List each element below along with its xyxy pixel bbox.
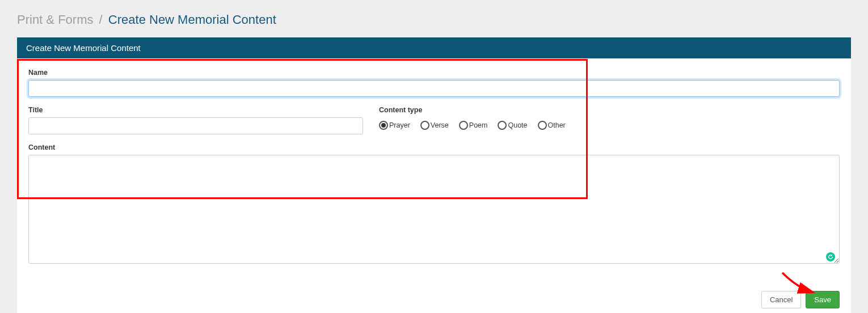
content-textarea[interactable] <box>28 155 840 264</box>
radio-prayer[interactable]: Prayer <box>379 121 410 130</box>
radio-icon <box>538 121 547 130</box>
button-row: Cancel Save <box>28 275 840 308</box>
radio-other[interactable]: Other <box>538 121 566 130</box>
radio-label: Prayer <box>389 121 410 129</box>
title-input[interactable] <box>28 117 363 134</box>
title-label: Title <box>28 106 363 114</box>
content-type-label: Content type <box>379 106 840 114</box>
radio-icon <box>498 121 507 130</box>
radio-icon <box>459 121 468 130</box>
radio-icon <box>379 121 388 130</box>
name-label: Name <box>28 69 840 77</box>
content-label: Content <box>28 143 840 151</box>
radio-poem[interactable]: Poem <box>459 121 488 130</box>
radio-label: Quote <box>508 121 527 129</box>
radio-verse[interactable]: Verse <box>420 121 449 130</box>
save-button[interactable]: Save <box>806 291 840 308</box>
cancel-button[interactable]: Cancel <box>761 291 801 308</box>
form-panel: Create New Memorial Content Name Title C… <box>17 37 851 313</box>
breadcrumb-current: Create New Memorial Content <box>108 12 276 27</box>
radio-label: Other <box>548 121 566 129</box>
content-type-radio-group: Prayer Verse Poem Quote <box>379 117 840 130</box>
breadcrumb-separator: / <box>97 12 105 27</box>
name-input[interactable] <box>28 80 840 97</box>
panel-header: Create New Memorial Content <box>17 37 851 58</box>
breadcrumb: Print & Forms / Create New Memorial Cont… <box>0 0 868 37</box>
panel-body: Name Title Content type Prayer Vers <box>17 58 851 313</box>
radio-icon <box>420 121 429 130</box>
breadcrumb-parent[interactable]: Print & Forms <box>17 12 93 27</box>
radio-quote[interactable]: Quote <box>498 121 527 130</box>
radio-label: Verse <box>431 121 449 129</box>
radio-label: Poem <box>469 121 488 129</box>
grammarly-icon <box>826 252 835 261</box>
